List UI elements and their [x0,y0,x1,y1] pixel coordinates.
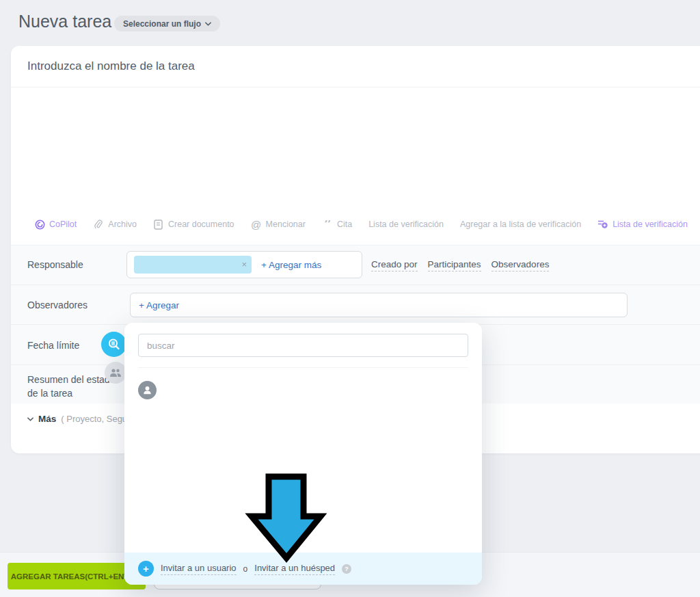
user-select-popup: + Invitar a un usuario o Invitar a un hu… [124,323,482,585]
popup-divider [138,367,468,368]
chevron-down-icon [27,417,33,421]
task-description-area[interactable] [11,88,700,211]
user-avatar[interactable] [138,381,157,399]
observers-input[interactable]: + Agregar [130,293,628,317]
page-title: Nueva tarea [18,12,111,31]
flow-selector-button[interactable]: Seleccionar un flujo [114,16,220,31]
responsible-label: Responsable [27,259,83,270]
invite-plus-icon[interactable]: + [138,561,154,576]
paperclip-icon [93,219,104,230]
user-search-input[interactable] [138,334,468,357]
task-name-row [11,46,700,88]
new-task-screen: Nueva tarea Seleccionar un flujo CoPilot… [0,0,700,597]
task-name-input[interactable] [11,46,700,87]
toolbar-copilot[interactable]: CoPilot [34,219,77,230]
toolbar-checklist-purple-label: Lista de verificación [612,220,688,229]
search-lines-icon [107,338,121,351]
invite-guest-link[interactable]: Invitar a un huésped [254,563,335,575]
responsible-row: Responsable × + Agregar más Creado por P… [11,246,700,285]
creator-link[interactable]: Creado por [371,259,418,271]
toolbar-quote[interactable]: ” Cita [322,219,352,230]
observers-label: Observadores [27,300,88,310]
toolbar-add-to-checklist[interactable]: Agregar a la lista de verificación [460,220,581,229]
add-observer-link[interactable]: + Agregar [139,300,179,310]
flow-selector-label: Seleccionar un flujo [123,19,201,29]
or-separator: o [243,564,248,574]
status-summary-label: Resumen del estado de la tarea [27,373,115,400]
structure-search-button[interactable] [101,332,126,357]
toolbar-quote-label: Cita [337,220,352,229]
more-section-toggle[interactable]: Más ( Proyecto, Segui [27,414,129,424]
document-icon [153,219,164,230]
toolbar-checklist[interactable]: Lista de verificación [368,220,444,229]
deadline-label: Fecha límite [27,340,79,351]
more-label: Más [38,414,56,424]
quote-icon: ” [322,219,333,230]
toolbar-mention-label: Mencionar [266,220,306,229]
toolbar-checklist-purple[interactable]: Lista de verificación [597,219,688,230]
observers-link[interactable]: Observadores [492,259,550,271]
participants-link[interactable]: Participantes [428,259,481,271]
observers-row: Observadores + Agregar [11,285,700,325]
help-icon[interactable]: ? [342,564,351,574]
toolbar-add-to-checklist-label: Agregar a la lista de verificación [460,220,581,229]
copilot-icon [34,219,45,230]
role-links: Creado por Participantes Observadores [371,259,549,271]
departments-button[interactable] [105,362,126,384]
invite-user-link[interactable]: Invitar a un usuario [161,563,237,575]
at-icon: @ [251,219,262,230]
editor-toolbar: CoPilot Archivo Crear documento @ Mencio… [34,216,697,233]
remove-assignee-icon[interactable]: × [241,259,247,270]
popup-footer: + Invitar a un usuario o Invitar a un hu… [124,553,482,585]
toolbar-attach-file[interactable]: Archivo [93,219,137,230]
toolbar-attach-label: Archivo [108,220,137,229]
responsible-input[interactable]: × + Agregar más [126,251,362,278]
person-icon [142,384,153,396]
more-hint: ( Proyecto, Segui [61,414,129,424]
people-icon [109,368,122,377]
toolbar-checklist-label: Lista de verificación [368,220,444,229]
toolbar-create-document-label: Crear documento [168,220,234,229]
assignee-chip[interactable]: × [134,256,252,274]
checklist-add-icon [597,219,608,230]
chevron-down-icon [205,22,211,26]
toolbar-create-document[interactable]: Crear documento [153,219,234,230]
add-more-assignee-link[interactable]: + Agregar más [261,260,321,270]
toolbar-copilot-label: CoPilot [49,220,77,229]
toolbar-mention[interactable]: @ Mencionar [251,219,306,230]
